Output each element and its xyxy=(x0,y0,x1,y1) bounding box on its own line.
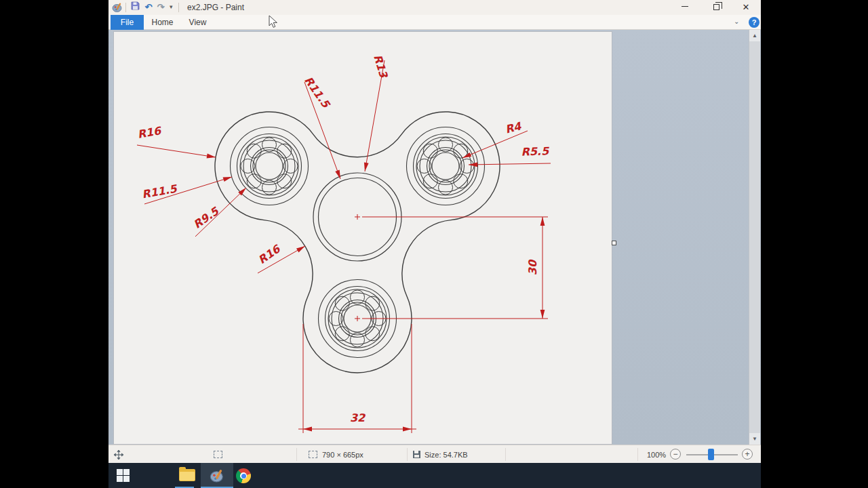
vertical-scrollbar[interactable]: ▲ ▼ xyxy=(749,30,760,445)
restore-button[interactable] xyxy=(704,0,728,15)
bearing-ring xyxy=(243,140,295,192)
scroll-up-icon[interactable]: ▲ xyxy=(749,30,760,41)
radius-label: R9.5 xyxy=(191,204,222,231)
bearing-ball xyxy=(247,174,261,188)
paint-window: ↶ ↷ ▾ ex2.JPG - Paint ✕ File Home View ⌄… xyxy=(108,0,761,463)
minimize-icon xyxy=(682,6,688,7)
radius-label: R16 xyxy=(256,242,283,266)
bearing-ring xyxy=(237,134,302,199)
canvas-resize-handle[interactable] xyxy=(612,241,616,245)
desktop-screen: ↶ ↷ ▾ ex2.JPG - Paint ✕ File Home View ⌄… xyxy=(108,0,761,488)
zoom-level: 100% xyxy=(647,451,666,459)
minimize-button[interactable] xyxy=(673,0,697,15)
bearing-ball xyxy=(366,327,380,341)
bearing-ring xyxy=(253,150,285,182)
divider xyxy=(505,448,506,461)
title-bar: ↶ ↷ ▾ ex2.JPG - Paint ✕ xyxy=(108,0,761,15)
taskbar-chrome-button[interactable] xyxy=(168,463,199,488)
bearing-ball xyxy=(335,327,349,341)
radius-label: R16 xyxy=(136,124,163,141)
dimension-arrow xyxy=(540,310,545,319)
close-button[interactable]: ✕ xyxy=(734,0,758,15)
chrome-icon xyxy=(236,468,251,483)
tab-view[interactable]: View xyxy=(181,15,214,30)
dimension-value: 32 xyxy=(350,411,366,424)
mouse-cursor-icon xyxy=(269,15,278,28)
tab-file[interactable]: File xyxy=(111,15,144,30)
tab-home[interactable]: Home xyxy=(146,15,179,30)
divider xyxy=(178,3,179,12)
save-button[interactable] xyxy=(129,1,141,14)
bearing-ring xyxy=(256,152,283,180)
windows-logo-icon xyxy=(117,469,130,482)
collapse-ribbon-chevron-icon[interactable]: ⌄ xyxy=(734,18,739,25)
workspace: 3032R16R11.5R9.5R16R11.5R13R4R5.5 ▲ ▼ xyxy=(108,30,761,445)
bearing-ring xyxy=(432,152,459,180)
bearing-ball xyxy=(366,296,380,310)
file-size: Size: 54.7KB xyxy=(425,451,468,459)
bearing-ring xyxy=(427,148,465,185)
divider xyxy=(125,3,126,12)
help-button[interactable]: ? xyxy=(749,17,760,28)
zoom-out-button[interactable]: − xyxy=(670,449,681,460)
radius-label: R5.5 xyxy=(521,144,550,158)
leader-line xyxy=(462,131,528,158)
radius-label: R11.5 xyxy=(302,74,333,111)
image-size-icon xyxy=(309,451,317,458)
dimension-arrow xyxy=(540,217,545,226)
ribbon-tab-bar: File Home View ⌄ ? xyxy=(108,15,761,30)
divider xyxy=(637,448,638,461)
spinner-drawing: 3032R16R11.5R9.5R16R11.5R13R4R5.5 xyxy=(114,32,612,444)
leader-arrow xyxy=(296,246,305,252)
scroll-down-icon[interactable]: ▼ xyxy=(749,433,760,445)
bearing-ball xyxy=(277,174,292,188)
bearing-ball xyxy=(335,296,349,310)
leader-arrow xyxy=(207,154,216,159)
bearing-ring xyxy=(251,148,288,185)
paint-app-icon xyxy=(112,2,123,13)
selection-size-icon xyxy=(214,451,222,458)
dimension-arrow xyxy=(303,427,312,432)
taskbar-file-explorer-button[interactable] xyxy=(140,463,171,488)
bearing-ball xyxy=(247,144,261,158)
leader-arrow xyxy=(223,177,232,182)
redo-button[interactable]: ↷ xyxy=(155,1,167,14)
undo-button[interactable]: ↶ xyxy=(142,1,155,14)
divider xyxy=(296,448,297,461)
radius-label: R13 xyxy=(371,53,391,80)
divider xyxy=(407,448,408,461)
status-bar: 790 × 665px Size: 54.7KB 100% − + xyxy=(108,445,761,463)
bearing-ball xyxy=(423,144,437,158)
leader-arrow xyxy=(462,152,471,158)
radius-label: R11.5 xyxy=(141,182,179,201)
drawing-canvas[interactable]: 3032R16R11.5R9.5R16R11.5R13R4R5.5 xyxy=(113,31,612,445)
cursor-position-icon xyxy=(114,450,123,460)
bearing-ring xyxy=(240,137,298,195)
restore-icon xyxy=(713,4,719,10)
zoom-in-button[interactable]: + xyxy=(742,449,753,460)
customize-qat-chevron-icon[interactable]: ▾ xyxy=(170,3,173,10)
close-icon: ✕ xyxy=(743,2,750,12)
image-dimensions: 790 × 665px xyxy=(322,451,363,459)
start-button[interactable] xyxy=(108,463,138,488)
windows-taskbar xyxy=(108,463,761,488)
bearing-ball xyxy=(454,174,468,188)
leader-line xyxy=(137,145,216,157)
bearing-ring xyxy=(429,150,462,182)
redo-icon: ↷ xyxy=(157,2,165,12)
screenshot-stage: ↶ ↷ ▾ ex2.JPG - Paint ✕ File Home View ⌄… xyxy=(0,0,868,488)
dimension-value: 30 xyxy=(526,259,539,275)
zoom-slider-thumb[interactable] xyxy=(708,449,714,460)
bearing-ball xyxy=(277,144,292,158)
bearing-ring xyxy=(420,140,471,192)
file-size-icon xyxy=(413,451,420,458)
bearing-ring xyxy=(414,134,478,199)
leader-line xyxy=(469,163,551,165)
bearing-ring xyxy=(407,127,485,205)
taskbar-paint-button[interactable] xyxy=(201,463,233,488)
bearing-ball xyxy=(423,174,437,188)
save-icon xyxy=(131,1,140,10)
undo-icon: ↶ xyxy=(145,2,153,12)
window-title: ex2.JPG - Paint xyxy=(187,3,244,12)
bearing-ring xyxy=(416,137,475,195)
